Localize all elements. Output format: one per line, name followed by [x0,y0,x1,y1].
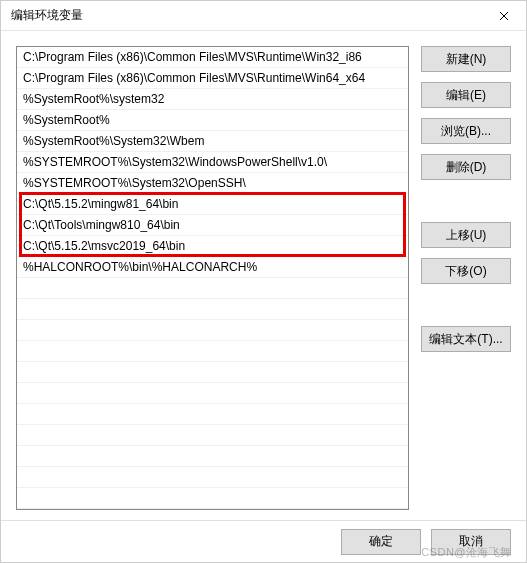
list-item-empty: . [17,320,408,341]
list-item[interactable]: %SYSTEMROOT%\System32\WindowsPowerShell\… [17,152,408,173]
spacer [421,190,511,212]
list-item-empty: . [17,383,408,404]
moveup-button[interactable]: 上移(U) [421,222,511,248]
side-buttons: 新建(N) 编辑(E) 浏览(B)... 删除(D) 上移(U) 下移(O) 编… [421,46,511,510]
dialog-window: 编辑环境变量 C:\Program Files (x86)\Common Fil… [0,0,527,563]
content-area: C:\Program Files (x86)\Common Files\MVS\… [1,31,526,520]
list-item-empty: . [17,362,408,383]
cancel-button[interactable]: 取消 [431,529,511,555]
ok-button[interactable]: 确定 [341,529,421,555]
list-item-empty: . [17,299,408,320]
list-item[interactable]: %SystemRoot% [17,110,408,131]
list-item-empty: . [17,278,408,299]
list-item-empty: . [17,425,408,446]
list-item[interactable]: %HALCONROOT%\bin\%HALCONARCH% [17,257,408,278]
delete-button[interactable]: 删除(D) [421,154,511,180]
browse-button[interactable]: 浏览(B)... [421,118,511,144]
list-item-empty: . [17,446,408,467]
list-item[interactable]: C:\Qt\5.15.2\msvc2019_64\bin [17,236,408,257]
list-item[interactable]: C:\Program Files (x86)\Common Files\MVS\… [17,47,408,68]
window-title: 编辑环境变量 [11,7,83,24]
movedown-button[interactable]: 下移(O) [421,258,511,284]
close-button[interactable] [481,1,526,31]
list-item-empty: . [17,488,408,509]
new-button[interactable]: 新建(N) [421,46,511,72]
list-item-empty: . [17,467,408,488]
list-item-empty: . [17,404,408,425]
list-item[interactable]: C:\Qt\5.15.2\mingw81_64\bin [17,194,408,215]
path-list[interactable]: C:\Program Files (x86)\Common Files\MVS\… [16,46,409,510]
close-icon [499,11,509,21]
footer: 确定 取消 CSDN@沧海飞舞 [1,520,526,562]
list-item[interactable]: %SystemRoot%\system32 [17,89,408,110]
list-item[interactable]: C:\Qt\Tools\mingw810_64\bin [17,215,408,236]
list-item[interactable]: %SYSTEMROOT%\System32\OpenSSH\ [17,173,408,194]
titlebar: 编辑环境变量 [1,1,526,31]
list-item[interactable]: C:\Program Files (x86)\Common Files\MVS\… [17,68,408,89]
list-item[interactable]: %SystemRoot%\System32\Wbem [17,131,408,152]
spacer [421,294,511,316]
edit-button[interactable]: 编辑(E) [421,82,511,108]
list-item-empty: . [17,341,408,362]
edittext-button[interactable]: 编辑文本(T)... [421,326,511,352]
